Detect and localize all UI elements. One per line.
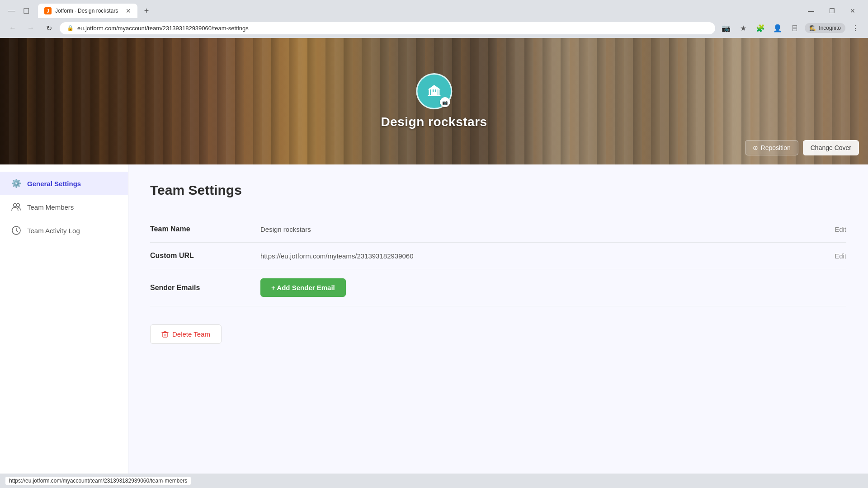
minimize-button[interactable]: — bbox=[5, 5, 18, 17]
add-sender-email-label: + Add Sender Email bbox=[271, 284, 335, 291]
page-content: 📷 Design rockstars ⊕ Reposition Change C… bbox=[0, 38, 868, 485]
sidebar: ⚙️ General Settings Team Members bbox=[0, 164, 128, 485]
status-url: https://eu.jotform.com/myaccount/team/23… bbox=[5, 477, 191, 485]
svg-rect-12 bbox=[163, 333, 167, 337]
bookmark-icon[interactable]: ★ bbox=[736, 21, 750, 35]
sender-emails-value: + Add Sender Email bbox=[260, 278, 846, 297]
clock-icon bbox=[11, 225, 22, 236]
new-tab-button[interactable]: + bbox=[139, 4, 154, 18]
browser-tab-active[interactable]: J Jotform · Design rockstars ✕ bbox=[38, 4, 137, 18]
svg-rect-8 bbox=[432, 92, 436, 95]
delete-team-button[interactable]: Delete Team bbox=[150, 324, 222, 344]
window-controls: ― ❐ ✕ bbox=[801, 4, 863, 18]
delete-team-label: Delete Team bbox=[172, 330, 210, 338]
tab-close-button[interactable]: ✕ bbox=[126, 8, 131, 14]
custom-url-value: https://eu.jotform.com/myteams/231393182… bbox=[260, 252, 824, 260]
team-name-edit-button[interactable]: Edit bbox=[835, 225, 846, 233]
address-bar[interactable]: 🔒 eu.jotform.com/myaccount/team/23139318… bbox=[60, 22, 715, 34]
main-layout: ⚙️ General Settings Team Members bbox=[0, 164, 868, 485]
cover-banner: 📷 Design rockstars ⊕ Reposition Change C… bbox=[0, 38, 868, 164]
window-close-button[interactable]: ✕ bbox=[843, 4, 863, 18]
maximize-button[interactable]: ☐ bbox=[20, 5, 33, 17]
incognito-hat-icon: 🕵 bbox=[809, 25, 816, 31]
forward-button[interactable]: → bbox=[24, 21, 38, 35]
team-avatar-icon bbox=[424, 81, 444, 101]
profile-icon[interactable]: 👤 bbox=[770, 21, 785, 35]
people-icon bbox=[11, 202, 22, 212]
camera-off-icon[interactable]: 📷 bbox=[719, 21, 733, 35]
svg-rect-5 bbox=[436, 89, 438, 95]
browser-titlebar: — ☐ J Jotform · Design rockstars ✕ + ― ❐… bbox=[0, 0, 868, 18]
sidebar-item-label-members: Team Members bbox=[27, 203, 74, 211]
sidebar-item-general-settings[interactable]: ⚙️ General Settings bbox=[0, 172, 128, 195]
reload-button[interactable]: ↻ bbox=[42, 21, 56, 35]
sidebar-item-team-members[interactable]: Team Members bbox=[0, 195, 128, 219]
window-restore-button[interactable]: ❐ bbox=[822, 4, 842, 18]
reposition-button[interactable]: ⊕ Reposition bbox=[745, 140, 798, 155]
incognito-label: Incognito bbox=[819, 25, 841, 31]
sidebar-item-label-activity: Team Activity Log bbox=[27, 227, 80, 235]
add-sender-email-button[interactable]: + Add Sender Email bbox=[260, 278, 346, 297]
change-cover-label: Change Cover bbox=[811, 144, 851, 151]
gear-icon: ⚙️ bbox=[11, 178, 22, 189]
trash-icon bbox=[161, 331, 169, 338]
svg-rect-6 bbox=[438, 89, 439, 95]
team-name-value: Design rockstars bbox=[260, 225, 824, 233]
team-name-display: Design rockstars bbox=[381, 115, 487, 129]
svg-point-10 bbox=[17, 204, 20, 207]
svg-point-9 bbox=[14, 204, 17, 207]
window-minimize-button[interactable]: ― bbox=[801, 4, 821, 18]
change-cover-button[interactable]: Change Cover bbox=[803, 140, 859, 155]
sidebar-icon[interactable]: ⌸ bbox=[788, 21, 802, 35]
team-identity: 📷 Design rockstars bbox=[381, 73, 487, 129]
sidebar-item-label-general: General Settings bbox=[27, 180, 81, 188]
window-left-controls: — ☐ bbox=[5, 5, 33, 17]
custom-url-label: Custom URL bbox=[150, 252, 250, 260]
security-lock-icon: 🔒 bbox=[67, 25, 74, 31]
svg-rect-1 bbox=[428, 95, 440, 96]
toolbar-icons: 📷 ★ 🧩 👤 ⌸ 🕵 Incognito ⋮ bbox=[719, 21, 863, 35]
page-title: Team Settings bbox=[150, 183, 846, 198]
team-name-label: Team Name bbox=[150, 225, 250, 233]
cover-actions: ⊕ Reposition Change Cover bbox=[745, 140, 859, 155]
more-options-icon[interactable]: ⋮ bbox=[848, 21, 863, 35]
custom-url-edit-button[interactable]: Edit bbox=[835, 252, 846, 260]
tab-title: Jotform · Design rockstars bbox=[55, 8, 122, 14]
sidebar-item-team-activity-log[interactable]: Team Activity Log bbox=[0, 219, 128, 242]
status-bar: https://eu.jotform.com/myaccount/team/23… bbox=[0, 474, 868, 488]
custom-url-row: Custom URL https://eu.jotform.com/myteam… bbox=[150, 243, 846, 269]
sender-emails-row: Sender Emails + Add Sender Email bbox=[150, 269, 846, 306]
content-area: Team Settings Team Name Design rockstars… bbox=[128, 164, 868, 485]
incognito-badge[interactable]: 🕵 Incognito bbox=[805, 23, 845, 33]
browser-toolbar: ← → ↻ 🔒 eu.jotform.com/myaccount/team/23… bbox=[0, 18, 868, 38]
team-avatar-edit-button[interactable]: 📷 bbox=[440, 97, 450, 107]
svg-rect-2 bbox=[429, 89, 430, 95]
reposition-label: Reposition bbox=[761, 144, 791, 151]
browser-chrome: — ☐ J Jotform · Design rockstars ✕ + ― ❐… bbox=[0, 0, 868, 38]
url-display: eu.jotform.com/myaccount/team/2313931829… bbox=[77, 25, 708, 32]
team-name-row: Team Name Design rockstars Edit bbox=[150, 216, 846, 243]
tab-favicon: J bbox=[44, 7, 52, 14]
camera-edit-icon: 📷 bbox=[442, 100, 448, 105]
sender-emails-label: Sender Emails bbox=[150, 284, 250, 292]
reposition-icon: ⊕ bbox=[753, 144, 758, 151]
team-avatar[interactable]: 📷 bbox=[416, 73, 452, 109]
extensions-icon[interactable]: 🧩 bbox=[753, 21, 768, 35]
back-button[interactable]: ← bbox=[5, 21, 20, 35]
